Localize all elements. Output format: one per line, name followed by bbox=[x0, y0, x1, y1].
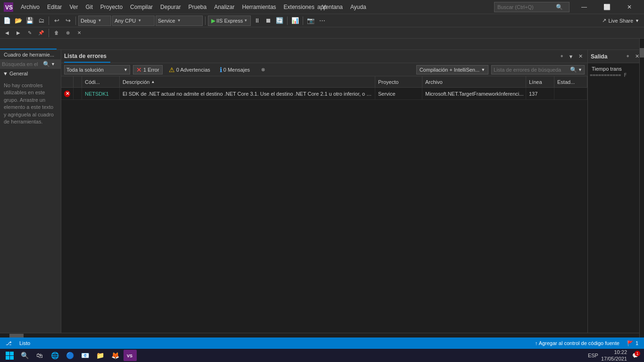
run-button[interactable]: ▶ IIS Express ▼ bbox=[208, 16, 251, 26]
start-button[interactable] bbox=[3, 350, 16, 361]
scope-dropdown[interactable]: Toda la solución ▼ bbox=[64, 65, 130, 74]
save-button[interactable]: 💾 bbox=[25, 16, 35, 26]
warnings-filter-button[interactable]: ⚠ 0 Advertencias bbox=[165, 65, 214, 74]
taskbar-chrome[interactable]: 🔵 bbox=[63, 350, 76, 361]
new-file-button[interactable]: 📄 bbox=[2, 16, 12, 26]
tb2-btn1[interactable]: ◀ bbox=[2, 28, 12, 38]
tb2-btn7[interactable]: ✕ bbox=[74, 28, 84, 38]
save-all-button[interactable]: 🗂 bbox=[36, 16, 46, 26]
more-button[interactable]: ⋯ bbox=[317, 16, 327, 26]
global-search[interactable]: 🔍 bbox=[494, 2, 570, 12]
output-hscrollbar[interactable] bbox=[0, 333, 639, 337]
restart-button[interactable]: 🔄 bbox=[274, 16, 285, 26]
menu-proyecto[interactable]: Proyecto bbox=[97, 3, 126, 11]
menu-extensiones[interactable]: Extensiones bbox=[280, 3, 318, 11]
menu-herramientas[interactable]: Herramientas bbox=[239, 3, 280, 11]
menu-ver[interactable]: Ver bbox=[66, 3, 82, 11]
panel-dropdown-button[interactable]: ▼ bbox=[567, 52, 575, 61]
maximize-button[interactable]: ⬜ bbox=[596, 0, 618, 14]
sidebar-search-input[interactable] bbox=[2, 61, 42, 67]
taskbar-outlook[interactable]: 📧 bbox=[78, 350, 91, 361]
sidebar-search-dropdown-icon[interactable]: ▼ bbox=[51, 62, 55, 66]
taskbar-time: 10:22 17/05/2021 bbox=[601, 349, 627, 362]
minimize-button[interactable]: — bbox=[573, 0, 595, 14]
scrollbar-thumb[interactable] bbox=[640, 48, 644, 58]
taskbar-firefox[interactable]: 🦊 bbox=[108, 350, 122, 361]
filter-clear-button[interactable]: ⊗ bbox=[258, 65, 268, 75]
error-search-arrow-icon[interactable]: ▼ bbox=[578, 67, 582, 72]
th-linea[interactable]: Línea bbox=[526, 76, 554, 87]
sidebar-group-general[interactable]: ▼ General bbox=[0, 69, 61, 78]
cpu-config-dropdown[interactable]: Any CPU ▼ bbox=[112, 16, 155, 26]
taskbar-chrome-icon: 🔵 bbox=[66, 352, 74, 359]
menu-prueba[interactable]: Prueba bbox=[184, 3, 210, 11]
status-git-icon[interactable]: ⎇ bbox=[4, 340, 14, 346]
error-search-icon: 🔍 bbox=[570, 66, 577, 73]
service-config-dropdown[interactable]: Service ▼ bbox=[156, 16, 203, 26]
pause-button[interactable]: ⏸ bbox=[252, 16, 262, 26]
taskbar-search[interactable]: 🔍 bbox=[18, 350, 31, 361]
errors-filter-button[interactable]: ✕ 1 Error bbox=[133, 65, 163, 74]
error-search-box[interactable]: 🔍 ▼ bbox=[491, 65, 585, 74]
error-count-badge[interactable]: 🚩 1 bbox=[625, 340, 640, 346]
secondary-toolbar: ◀ ▶ ✎ 📌 🗑 ⊕ ✕ bbox=[0, 27, 644, 39]
hscrollbar-thumb[interactable] bbox=[9, 334, 24, 337]
source-control-button[interactable]: ↑ Agregar al control de código fuente bbox=[533, 340, 621, 346]
th-codigo[interactable]: Códi... bbox=[82, 76, 120, 87]
menu-git[interactable]: Git bbox=[82, 3, 96, 11]
th-archivo[interactable]: Archivo bbox=[422, 76, 526, 87]
table-row[interactable]: ✕ NETSDK1 El SDK de .NET actual no admit… bbox=[61, 88, 587, 100]
open-file-button[interactable]: 📂 bbox=[13, 16, 24, 26]
tb2-btn5[interactable]: 🗑 bbox=[51, 28, 62, 38]
th-ico bbox=[74, 76, 82, 87]
th-proyecto[interactable]: Proyecto bbox=[375, 76, 422, 87]
error-table[interactable]: Códi... Descripción ▲ Proyecto Archivo L… bbox=[61, 76, 587, 349]
compilation-filter-dropdown[interactable]: Compilación + IntelliSen... ▼ bbox=[416, 65, 488, 74]
sidebar-search[interactable]: 🔍 ▼ bbox=[0, 60, 61, 69]
taskbar-store[interactable]: 🛍 bbox=[33, 350, 46, 361]
sidebar-empty-content: No hay controles utilizables en este gru… bbox=[0, 78, 61, 129]
menu-analizar[interactable]: Analizar bbox=[210, 3, 238, 11]
error-search-input[interactable] bbox=[494, 67, 569, 73]
output-scrollbar[interactable] bbox=[639, 39, 644, 337]
redo-button[interactable]: ↪ bbox=[63, 16, 73, 26]
tb2-btn2[interactable]: ▶ bbox=[13, 28, 24, 38]
messages-filter-button[interactable]: ℹ 0 Mensajes bbox=[216, 65, 253, 74]
undo-button[interactable]: ↩ bbox=[51, 16, 62, 26]
diagnostic-button[interactable]: 📊 bbox=[290, 16, 300, 26]
compilation-arrow-icon: ▼ bbox=[481, 67, 485, 72]
error-code: NETSDK1 bbox=[85, 91, 109, 97]
th-desc[interactable]: Descripción ▲ bbox=[120, 76, 375, 87]
compilation-filter-label: Compilación + IntelliSen... bbox=[420, 67, 479, 73]
taskbar-edge[interactable]: 🌐 bbox=[48, 350, 61, 361]
close-button[interactable]: ✕ bbox=[619, 0, 640, 14]
error-panel-toolbar: Toda la solución ▼ ✕ 1 Error ⚠ 0 Adverte… bbox=[61, 63, 587, 76]
th-estado[interactable]: Estad... bbox=[554, 76, 587, 87]
stop-button[interactable]: ⏹ bbox=[263, 16, 273, 26]
menu-depurar[interactable]: Depurar bbox=[157, 3, 184, 11]
output-panel-header: Salida ⚬ ✕ bbox=[588, 50, 644, 63]
info-dot-icon: ℹ bbox=[220, 66, 222, 74]
screenshot-button[interactable]: 📷 bbox=[305, 16, 316, 26]
debug-config-dropdown[interactable]: Debug ▼ bbox=[78, 16, 111, 26]
live-share-button[interactable]: ↗ Live Share ▼ bbox=[599, 16, 642, 25]
panel-pin-button[interactable]: ⚬ bbox=[557, 52, 566, 61]
taskbar-notify-button[interactable]: 💬 1 bbox=[630, 350, 641, 361]
menu-archivo[interactable]: Archivo bbox=[17, 3, 43, 11]
cpu-config-arrow-icon: ▼ bbox=[138, 18, 141, 23]
menu-compilar[interactable]: Compilar bbox=[126, 3, 157, 11]
menu-editar[interactable]: Editar bbox=[43, 3, 66, 11]
panel-close-button[interactable]: ✕ bbox=[576, 52, 585, 61]
tb2-btn4[interactable]: 📌 bbox=[36, 28, 46, 38]
td-linea: 137 bbox=[526, 88, 554, 99]
global-search-input[interactable] bbox=[497, 4, 554, 10]
tab-indicator bbox=[0, 49, 57, 49]
th-desc-label: Descripción bbox=[123, 79, 149, 85]
tb2-btn6[interactable]: ⊕ bbox=[63, 28, 73, 38]
menu-ayuda[interactable]: Ayuda bbox=[347, 3, 370, 11]
taskbar-vs[interactable]: VS bbox=[124, 350, 137, 361]
output-pin-button[interactable]: ⚬ bbox=[623, 52, 632, 61]
taskbar-explorer[interactable]: 📁 bbox=[93, 350, 107, 361]
td-desc: El SDK de .NET actual no admite el desti… bbox=[120, 88, 375, 99]
tb2-btn3[interactable]: ✎ bbox=[25, 28, 35, 38]
